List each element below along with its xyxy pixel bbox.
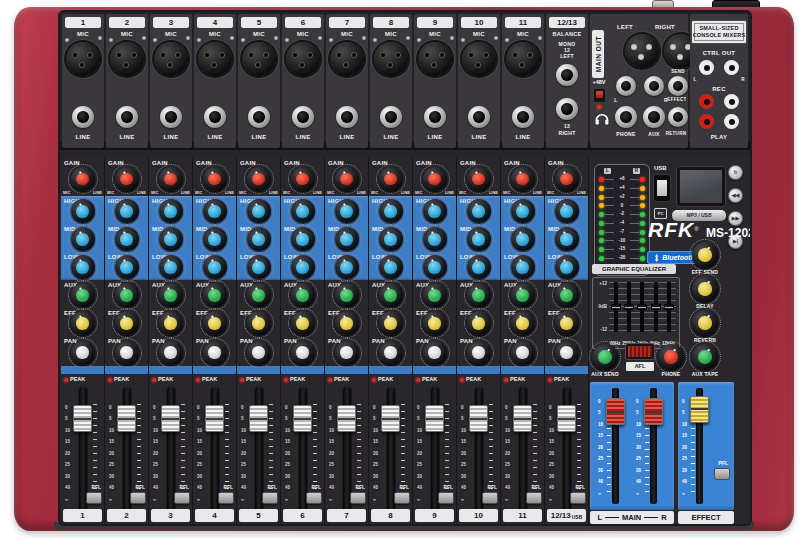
low-knob[interactable] <box>379 255 403 279</box>
main-r-fader-cap[interactable] <box>644 398 663 425</box>
aux-knob[interactable] <box>335 283 359 307</box>
main-l-fader-cap[interactable] <box>606 398 625 425</box>
mid-knob[interactable] <box>555 227 579 251</box>
high-knob[interactable] <box>555 199 579 223</box>
pfl-button[interactable] <box>570 492 586 504</box>
geq-slider-cap[interactable] <box>624 304 634 310</box>
gain-knob[interactable] <box>291 167 315 191</box>
aux-knob[interactable] <box>203 283 227 307</box>
low-knob[interactable] <box>423 255 447 279</box>
channel-fader-cap[interactable] <box>205 405 224 432</box>
eff-knob[interactable] <box>203 311 227 335</box>
geq-slider-cap[interactable] <box>651 304 661 310</box>
pfl-button[interactable] <box>394 492 410 504</box>
pfl-button[interactable] <box>174 492 190 504</box>
high-knob[interactable] <box>203 199 227 223</box>
low-knob[interactable] <box>335 255 359 279</box>
channel-fader-cap[interactable] <box>117 405 136 432</box>
eff-knob[interactable] <box>335 311 359 335</box>
geq-slider-cap[interactable] <box>611 304 621 310</box>
mid-knob[interactable] <box>379 227 403 251</box>
pfl-button[interactable] <box>438 492 454 504</box>
aux-knob[interactable] <box>511 283 535 307</box>
low-knob[interactable] <box>291 255 315 279</box>
pan-knob[interactable] <box>247 341 271 365</box>
pfl-button[interactable] <box>306 492 322 504</box>
low-knob[interactable] <box>71 255 95 279</box>
eff-send-knob[interactable] <box>692 242 718 268</box>
eff-knob[interactable] <box>291 311 315 335</box>
repeat-button[interactable]: ↻ <box>728 165 743 180</box>
pan-knob[interactable] <box>423 341 447 365</box>
aux-knob[interactable] <box>115 283 139 307</box>
mid-knob[interactable] <box>159 227 183 251</box>
gain-knob[interactable] <box>423 167 447 191</box>
effect-pfl-button[interactable] <box>714 468 730 480</box>
afl-button[interactable] <box>626 344 654 359</box>
channel-fader-cap[interactable] <box>161 405 180 432</box>
aux-knob[interactable] <box>467 283 491 307</box>
eff-knob[interactable] <box>511 311 535 335</box>
gain-knob[interactable] <box>115 167 139 191</box>
pfl-button[interactable] <box>130 492 146 504</box>
geq-slider-cap[interactable] <box>637 304 647 310</box>
high-knob[interactable] <box>159 199 183 223</box>
aux-knob[interactable] <box>159 283 183 307</box>
eff-knob[interactable] <box>115 311 139 335</box>
eff-knob[interactable] <box>467 311 491 335</box>
mid-knob[interactable] <box>511 227 535 251</box>
high-knob[interactable] <box>71 199 95 223</box>
mid-knob[interactable] <box>71 227 95 251</box>
low-knob[interactable] <box>247 255 271 279</box>
eff-knob[interactable] <box>423 311 447 335</box>
channel-fader-cap[interactable] <box>425 405 444 432</box>
gain-knob[interactable] <box>159 167 183 191</box>
high-knob[interactable] <box>467 199 491 223</box>
high-knob[interactable] <box>379 199 403 223</box>
gain-knob[interactable] <box>379 167 403 191</box>
low-knob[interactable] <box>159 255 183 279</box>
mid-knob[interactable] <box>335 227 359 251</box>
high-knob[interactable] <box>511 199 535 223</box>
eff-knob[interactable] <box>555 311 579 335</box>
pan-knob[interactable] <box>203 341 227 365</box>
pan-knob[interactable] <box>379 341 403 365</box>
channel-fader-cap[interactable] <box>293 405 312 432</box>
gain-knob[interactable] <box>511 167 535 191</box>
channel-fader-cap[interactable] <box>337 405 356 432</box>
mid-knob[interactable] <box>115 227 139 251</box>
channel-fader-cap[interactable] <box>513 405 532 432</box>
mid-knob[interactable] <box>247 227 271 251</box>
low-knob[interactable] <box>555 255 579 279</box>
low-knob[interactable] <box>511 255 535 279</box>
pan-knob[interactable] <box>467 341 491 365</box>
mid-knob[interactable] <box>467 227 491 251</box>
aux-knob[interactable] <box>71 283 95 307</box>
pan-knob[interactable] <box>335 341 359 365</box>
high-knob[interactable] <box>335 199 359 223</box>
gain-knob[interactable] <box>467 167 491 191</box>
gain-knob[interactable] <box>555 167 579 191</box>
pan-knob[interactable] <box>159 341 183 365</box>
pan-knob[interactable] <box>291 341 315 365</box>
high-knob[interactable] <box>115 199 139 223</box>
aux-knob[interactable] <box>247 283 271 307</box>
high-knob[interactable] <box>291 199 315 223</box>
previous-button[interactable]: ◀◀ <box>728 188 743 203</box>
mid-knob[interactable] <box>291 227 315 251</box>
pfl-button[interactable] <box>350 492 366 504</box>
high-knob[interactable] <box>423 199 447 223</box>
gain-knob[interactable] <box>203 167 227 191</box>
gain-knob[interactable] <box>247 167 271 191</box>
effect-fader-cap[interactable] <box>690 396 709 423</box>
pfl-button[interactable] <box>526 492 542 504</box>
delay-knob[interactable] <box>692 276 718 302</box>
aux-send-knob[interactable] <box>592 344 618 370</box>
gain-knob[interactable] <box>335 167 359 191</box>
channel-fader-cap[interactable] <box>249 405 268 432</box>
phantom-power-switch[interactable]: +48V <box>590 80 608 109</box>
gain-knob[interactable] <box>71 167 95 191</box>
pfl-button[interactable] <box>482 492 498 504</box>
pan-knob[interactable] <box>555 341 579 365</box>
mid-knob[interactable] <box>423 227 447 251</box>
